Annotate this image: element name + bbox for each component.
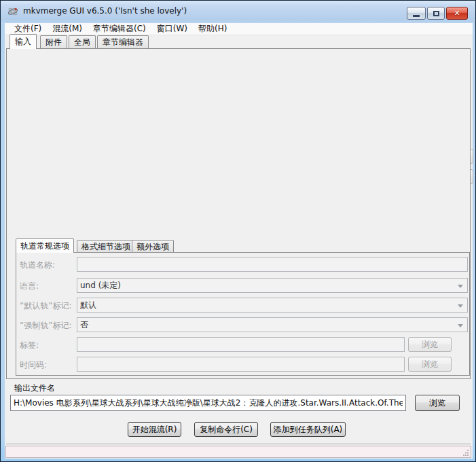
minimize-icon <box>413 15 420 17</box>
start-muxing-button[interactable]: 开始混流(R) <box>128 422 181 437</box>
track-name-label: 轨道名称: <box>20 260 55 271</box>
default-flag-label: “默认轨”标记: <box>20 300 71 312</box>
output-filename-box[interactable] <box>10 395 406 411</box>
menu-bar: 文件(F) 混流(M) 章节编辑器(C) 窗口(W) 帮助(H) <box>5 23 473 35</box>
language-select: und (未定) <box>77 278 468 293</box>
tags-input <box>77 337 405 352</box>
output-filename-input[interactable] <box>14 398 403 408</box>
subtab-extra-options[interactable]: 额外选项 <box>132 240 174 253</box>
window-title: mkvmerge GUI v6.5.0 ('Isn't she lovely') <box>23 6 187 16</box>
track-name-field <box>80 260 464 269</box>
forced-flag-label: “强制轨”标记: <box>20 320 71 332</box>
tab-global[interactable]: 全局 <box>69 35 96 49</box>
maximize-button[interactable] <box>427 7 445 20</box>
status-separator <box>6 444 471 444</box>
timecodes-field <box>80 359 401 369</box>
subtab-format-options[interactable]: 格式细节选项 <box>77 240 135 253</box>
forced-flag-select: 否 <box>77 317 468 332</box>
resize-grip-icon[interactable] <box>462 449 469 456</box>
default-flag-value: 默认 <box>80 300 96 311</box>
close-icon: ✕ <box>454 9 460 18</box>
menu-chapter-editor[interactable]: 章节编辑器(C) <box>88 23 151 35</box>
status-bar <box>5 446 471 458</box>
tags-label: 标签: <box>20 340 39 351</box>
tab-chapter-editor[interactable]: 章节编辑器 <box>97 35 149 49</box>
chevron-down-icon <box>458 324 463 327</box>
copy-command-line-button[interactable]: 复制命令行(C) <box>194 422 258 437</box>
language-value: und (未定) <box>80 280 121 291</box>
tags-field <box>80 340 401 349</box>
default-flag-select: 默认 <box>77 298 468 313</box>
tags-browse-button: 浏览 <box>408 337 452 352</box>
timecodes-browse-button: 浏览 <box>408 357 452 372</box>
language-label: 语言: <box>20 281 39 292</box>
chevron-down-icon <box>458 304 463 308</box>
chevron-down-icon <box>458 285 463 288</box>
subtab-general-options[interactable]: 轨道常规选项 <box>16 238 74 253</box>
menu-help[interactable]: 帮助(H) <box>193 23 232 35</box>
close-button[interactable]: ✕ <box>446 7 468 20</box>
add-to-job-queue-button[interactable]: 添加到任务队列(A) <box>270 422 346 437</box>
menu-muxing[interactable]: 混流(M) <box>47 23 88 35</box>
track-name-input <box>77 257 468 272</box>
output-browse-button[interactable]: 浏览 <box>415 395 460 411</box>
timecodes-label: 时间码: <box>20 359 47 371</box>
menu-file[interactable]: 文件(F) <box>9 23 47 35</box>
app-icon <box>7 6 18 17</box>
minimize-button[interactable] <box>407 7 426 20</box>
output-filename-label: 输出文件名 <box>14 383 55 394</box>
tab-attachments[interactable]: 附件 <box>40 35 67 49</box>
title-bar[interactable]: mkvmerge GUI v6.5.0 ('Isn't she lovely')… <box>1 1 475 22</box>
maximize-icon <box>433 11 439 16</box>
timecodes-input <box>77 357 405 372</box>
app-window: mkvmerge GUI v6.5.0 ('Isn't she lovely')… <box>0 0 476 462</box>
tab-input[interactable]: 输入 <box>10 34 37 49</box>
menu-window[interactable]: 窗口(W) <box>151 23 193 35</box>
forced-flag-value: 否 <box>80 319 88 331</box>
